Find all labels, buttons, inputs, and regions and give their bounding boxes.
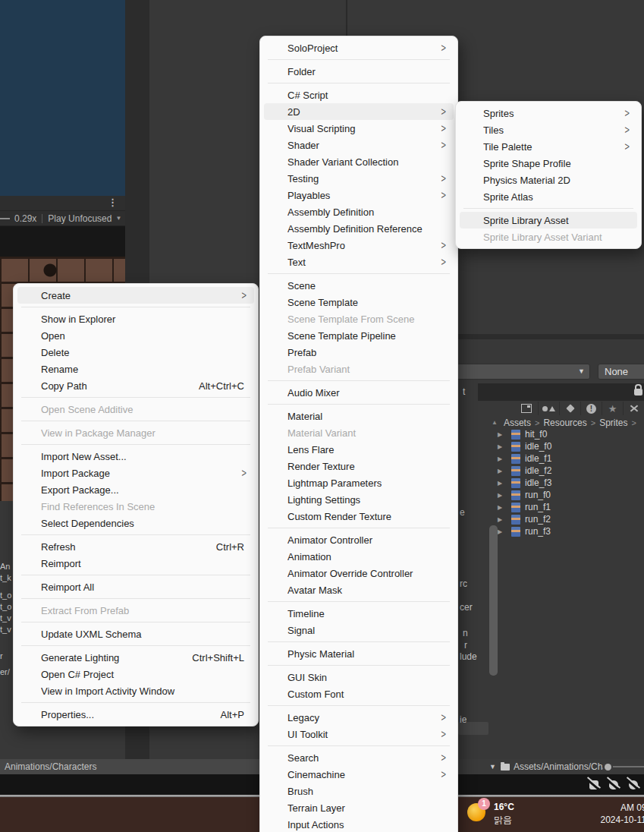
menu-item-cinemachine[interactable]: Cinemachine> (264, 766, 454, 783)
menu-item-prefab[interactable]: Prefab (264, 344, 454, 361)
foldout-icon[interactable]: ▶ (492, 431, 508, 438)
menu-item-rename[interactable]: Rename (17, 361, 254, 377)
scissors-icon[interactable] (623, 402, 644, 415)
foldout-icon[interactable]: ▶ (492, 492, 508, 499)
menu-item-properties[interactable]: Properties...Alt+P (17, 706, 254, 723)
menu-item-reimport-all[interactable]: Reimport All (17, 578, 254, 595)
menu-item-2d[interactable]: 2D> (264, 103, 454, 120)
vertical-scrollbar[interactable] (489, 525, 498, 676)
menu-item-sprite-library-asset[interactable]: Sprite Library Asset (460, 212, 637, 228)
asset-row-hit-f0[interactable]: ▶hit_f0 (492, 428, 644, 440)
menu-item-sprite-shape-profile[interactable]: Sprite Shape Profile (460, 155, 637, 172)
menu-item-textmeshpro[interactable]: TextMeshPro> (264, 237, 454, 254)
menu-item-create[interactable]: Create> (17, 287, 254, 304)
menu-item-lightmap-parameters[interactable]: Lightmap Parameters (264, 474, 454, 491)
menu-item-show-in-explorer[interactable]: Show in Explorer (17, 310, 254, 327)
cache-server-disabled-icon[interactable] (606, 778, 621, 792)
menu-item-delete[interactable]: Delete (17, 344, 254, 361)
scroll-up-icon[interactable]: ▲ (492, 419, 498, 426)
asset-row-idle-f3[interactable]: ▶idle_f3 (492, 477, 644, 489)
menu-item-scene-template[interactable]: Scene Template (264, 294, 454, 310)
asset-row-run-f2[interactable]: ▶run_f2 (492, 513, 644, 525)
menu-item-sprites[interactable]: Sprites> (460, 105, 637, 121)
menu-item-terrain-layer[interactable]: Terrain Layer (264, 799, 454, 816)
foldout-icon[interactable]: ▶ (492, 504, 508, 511)
menu-item-lens-flare[interactable]: Lens Flare (264, 441, 454, 458)
asset-row-run-f1[interactable]: ▶run_f1 (492, 501, 644, 513)
menu-item-update-uxml-schema[interactable]: Update UXML Schema (17, 626, 254, 642)
menu-item-brush[interactable]: Brush (264, 783, 454, 799)
menu-item-shader[interactable]: Shader> (264, 137, 454, 153)
tag-icon[interactable] (559, 402, 580, 415)
menu-item-scene[interactable]: Scene (264, 277, 454, 294)
menu-item-ui-toolkit[interactable]: UI Toolkit> (264, 726, 454, 742)
menu-item-generate-lighting[interactable]: Generate LightingCtrl+Shift+L (17, 649, 254, 666)
menu-item-testing[interactable]: Testing> (264, 170, 454, 187)
breadcrumb-item-assets[interactable]: Assets (504, 418, 531, 428)
menu-item-avatar-mask[interactable]: Avatar Mask (264, 581, 454, 598)
breadcrumb-item-resources[interactable]: Resources (543, 418, 586, 428)
menu-item-assembly-definition-reference[interactable]: Assembly Definition Reference (264, 220, 454, 237)
menu-item-input-actions[interactable]: Input Actions (264, 816, 454, 832)
menu-item-refresh[interactable]: RefreshCtrl+R (17, 538, 254, 555)
weather-label[interactable]: 맑음 (494, 814, 512, 827)
menu-item-animator-override-controller[interactable]: Animator Override Controller (264, 565, 454, 581)
menu-item-gui-skin[interactable]: GUI Skin (264, 669, 454, 685)
menu-item-scene-template-pipeline[interactable]: Scene Template Pipeline (264, 327, 454, 344)
menu-item-legacy[interactable]: Legacy> (264, 709, 454, 726)
foldout-icon[interactable]: ▶ (492, 443, 508, 450)
chevron-down-icon[interactable]: ▼ (489, 763, 496, 771)
menu-item-physics-material-2d[interactable]: Physics Material 2D (460, 172, 637, 188)
foldout-icon[interactable]: ▶ (492, 516, 508, 523)
menu-item-export-package[interactable]: Export Package... (17, 481, 254, 498)
alert-icon[interactable] (580, 402, 602, 415)
play-mode-dropdown[interactable]: Play Unfocused (48, 213, 112, 224)
zoom-slider-track[interactable] (613, 766, 644, 767)
menu-item-sprite-atlas[interactable]: Sprite Atlas (460, 188, 637, 205)
menu-item-visual-scripting[interactable]: Visual Scripting> (264, 120, 454, 137)
menu-item-signal[interactable]: Signal (264, 622, 454, 638)
menu-item-select-dependencies[interactable]: Select Dependencies (17, 515, 254, 531)
menu-item-folder[interactable]: Folder (264, 63, 454, 80)
presets-icon[interactable] (538, 402, 559, 415)
foldout-icon[interactable]: ▶ (492, 455, 508, 462)
menu-item-audio-mixer[interactable]: Audio Mixer (264, 384, 454, 401)
menu-item-import-package[interactable]: Import Package> (17, 465, 254, 481)
menu-item-c-script[interactable]: C# Script (264, 87, 454, 103)
menu-item-animator-controller[interactable]: Animator Controller (264, 531, 454, 548)
menu-item-animation[interactable]: Animation (264, 548, 454, 565)
menu-item-import-new-asset[interactable]: Import New Asset... (17, 448, 254, 465)
menu-item-open-c-project[interactable]: Open C# Project (17, 666, 254, 682)
lock-icon[interactable] (634, 389, 642, 396)
menu-item-text[interactable]: Text> (264, 254, 454, 270)
collab-disabled-icon[interactable] (626, 778, 641, 792)
debugger-disabled-icon[interactable] (586, 778, 602, 792)
menu-item-custom-font[interactable]: Custom Font (264, 685, 454, 702)
menu-item-reimport[interactable]: Reimport (17, 555, 254, 572)
menu-item-assembly-definition[interactable]: Assembly Definition (264, 203, 454, 220)
menu-item-search[interactable]: Search> (264, 749, 454, 766)
menu-item-open[interactable]: Open (17, 327, 254, 344)
menu-item-shader-variant-collection[interactable]: Shader Variant Collection (264, 153, 454, 170)
foldout-icon[interactable]: ▶ (492, 468, 508, 474)
menu-item-timeline[interactable]: Timeline (264, 605, 454, 622)
asset-row-idle-f2[interactable]: ▶idle_f2 (492, 465, 644, 477)
asset-row-run-f3[interactable]: ▶run_f3 (492, 525, 644, 537)
favorites-star-icon[interactable]: ★ (602, 402, 623, 415)
menu-item-physic-material[interactable]: Physic Material (264, 645, 454, 662)
menu-item-soloproject[interactable]: SoloProject> (264, 39, 454, 56)
asset-row-idle-f1[interactable]: ▶idle_f1 (492, 452, 644, 465)
zoom-slider-knob[interactable] (605, 764, 611, 771)
menu-item-render-texture[interactable]: Render Texture (264, 458, 454, 474)
menu-item-copy-path[interactable]: Copy PathAlt+Ctrl+C (17, 377, 254, 394)
menu-item-view-in-import-activity-window[interactable]: View in Import Activity Window (17, 682, 254, 699)
breadcrumb-item-sprites[interactable]: Sprites (599, 418, 627, 428)
menu-item-lighting-settings[interactable]: Lighting Settings (264, 491, 454, 508)
temperature-label[interactable]: 16°C (494, 802, 514, 812)
menu-item-tile-palette[interactable]: Tile Palette> (460, 138, 637, 155)
kebab-menu-icon[interactable]: ⋮ (108, 197, 118, 208)
menu-item-playables[interactable]: Playables> (264, 187, 454, 203)
taskbar-clock[interactable]: AM 09: 2024-10-11( (601, 802, 644, 826)
scale-slider[interactable] (0, 218, 10, 219)
foldout-icon[interactable]: ▶ (492, 480, 508, 487)
